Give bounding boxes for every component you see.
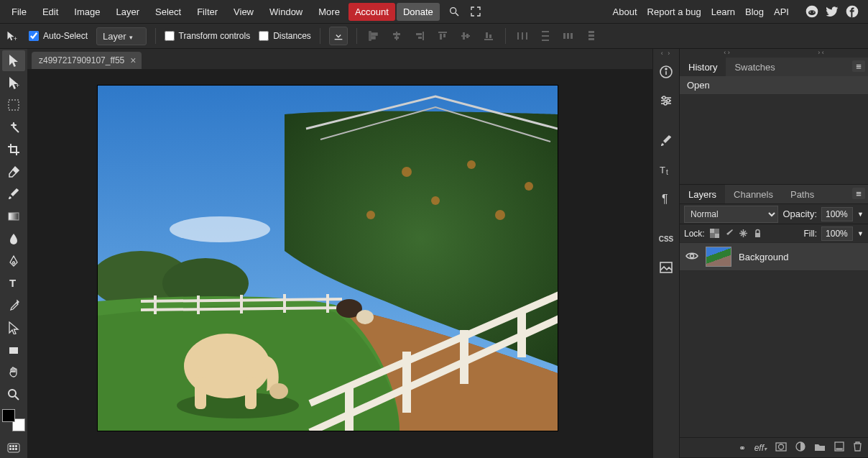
- visibility-toggle-icon[interactable]: [685, 251, 698, 263]
- blur-tool[interactable]: [2, 229, 25, 249]
- lock-all-icon[interactable]: [752, 228, 764, 239]
- close-tab-icon[interactable]: ×: [130, 55, 136, 66]
- fill-value[interactable]: 100%: [821, 226, 853, 241]
- opacity-value[interactable]: 100%: [821, 207, 853, 221]
- foreground-color[interactable]: [2, 409, 15, 422]
- twitter-icon[interactable]: [825, 4, 839, 19]
- search-icon[interactable]: [448, 6, 460, 17]
- align-left-icon[interactable]: [366, 28, 382, 44]
- menu-edit[interactable]: Edit: [35, 2, 65, 22]
- layer-row[interactable]: Background: [680, 242, 868, 271]
- info-panel-icon[interactable]: [655, 59, 678, 85]
- align-bottom-icon[interactable]: [481, 28, 497, 44]
- type-tool[interactable]: T: [2, 273, 25, 294]
- link-layers-icon[interactable]: ⚭: [739, 443, 746, 453]
- fullscreen-icon[interactable]: [470, 6, 481, 17]
- link-learn[interactable]: Learn: [711, 6, 735, 17]
- menu-window[interactable]: Window: [262, 2, 310, 22]
- eraser-tool[interactable]: [2, 162, 25, 183]
- wand-tool[interactable]: [2, 117, 25, 138]
- distribute-spacing-v-icon[interactable]: [583, 28, 599, 44]
- distances-checkbox[interactable]: Distances: [259, 31, 311, 41]
- hand-tool[interactable]: [2, 362, 25, 383]
- eyedropper-tool[interactable]: [2, 295, 25, 316]
- history-row[interactable]: Open: [680, 76, 868, 95]
- document-tab[interactable]: z4997217909107_ff55 ×: [32, 52, 142, 69]
- menu-select[interactable]: Select: [148, 2, 188, 22]
- svg-rect-31: [542, 40, 549, 41]
- tab-layers[interactable]: Layers: [680, 185, 725, 203]
- svg-rect-13: [394, 37, 399, 39]
- menu-layer[interactable]: Layer: [109, 2, 147, 22]
- adjustment-layer-icon[interactable]: [795, 441, 805, 454]
- path-select-tool[interactable]: [2, 317, 25, 338]
- auto-select-checkbox[interactable]: Auto-Select: [29, 31, 88, 41]
- account-button[interactable]: Account: [348, 3, 395, 21]
- svg-rect-47: [9, 445, 11, 447]
- menu-more[interactable]: More: [311, 2, 347, 22]
- zoom-tool[interactable]: [2, 384, 25, 405]
- link-blog[interactable]: Blog: [745, 6, 764, 17]
- lock-pixels-icon[interactable]: [724, 228, 735, 239]
- lock-position-icon[interactable]: [738, 228, 749, 239]
- menu-file[interactable]: File: [4, 2, 34, 22]
- color-swatch[interactable]: [2, 409, 25, 431]
- current-tool-icon: +: [6, 29, 20, 42]
- fill-dropdown-icon[interactable]: ▼: [857, 230, 864, 237]
- tab-history[interactable]: History: [680, 58, 726, 76]
- quickmask-tool[interactable]: [2, 437, 25, 458]
- crop-tool[interactable]: [2, 139, 25, 160]
- paragraph-panel-icon[interactable]: ¶: [655, 186, 678, 211]
- canvas-stage[interactable]: z4997217909107_ff55 ×: [27, 49, 652, 458]
- reddit-icon[interactable]: [805, 4, 819, 19]
- opacity-dropdown-icon[interactable]: ▼: [857, 211, 864, 218]
- distribute-v-icon[interactable]: [537, 28, 553, 44]
- blend-mode-select[interactable]: Normal: [684, 206, 778, 223]
- tab-channels[interactable]: Channels: [725, 185, 782, 203]
- move-tool[interactable]: [2, 50, 25, 71]
- gradient-tool[interactable]: [2, 206, 25, 227]
- new-folder-icon[interactable]: [814, 442, 826, 454]
- brush-tool[interactable]: [2, 184, 25, 205]
- adjust-panel-icon[interactable]: [655, 88, 678, 114]
- layer-thumbnail[interactable]: [706, 247, 731, 267]
- layer-effects-icon[interactable]: eff▾: [754, 443, 767, 453]
- layer-group-select[interactable]: Layer▾: [96, 27, 147, 45]
- align-right-icon[interactable]: [412, 28, 428, 44]
- facebook-icon[interactable]: [845, 4, 859, 19]
- delete-layer-icon[interactable]: [853, 441, 862, 454]
- link-api[interactable]: API: [774, 6, 789, 17]
- menu-image[interactable]: Image: [67, 2, 107, 22]
- align-center-v-icon[interactable]: [458, 28, 474, 44]
- image-panel-icon[interactable]: [655, 255, 678, 280]
- strip-handle[interactable]: ‹ ›: [653, 49, 679, 58]
- new-layer-icon[interactable]: [834, 441, 844, 454]
- lock-transparency-icon[interactable]: [709, 228, 721, 239]
- svg-point-80: [269, 383, 288, 399]
- transform-controls-checkbox[interactable]: Transform controls: [165, 31, 251, 41]
- shape-tool[interactable]: [2, 339, 25, 360]
- align-top-icon[interactable]: [435, 28, 451, 44]
- link-report-bug[interactable]: Report a bug: [647, 6, 701, 17]
- layers-panel-menu-icon[interactable]: ≡: [852, 188, 865, 199]
- download-button[interactable]: [329, 27, 348, 45]
- donate-button[interactable]: Donate: [397, 3, 440, 21]
- layer-name[interactable]: Background: [739, 252, 788, 262]
- align-center-h-icon[interactable]: [389, 28, 405, 44]
- pen-tool[interactable]: [2, 251, 25, 272]
- distribute-spacing-h-icon[interactable]: [560, 28, 576, 44]
- distribute-h-icon[interactable]: [514, 28, 530, 44]
- tab-swatches[interactable]: Swatches: [726, 58, 783, 76]
- add-mask-icon[interactable]: [775, 442, 787, 454]
- link-about[interactable]: About: [613, 6, 637, 17]
- brush-panel-icon[interactable]: [655, 128, 678, 154]
- character-panel-icon[interactable]: Tt: [655, 157, 678, 183]
- tab-paths[interactable]: Paths: [782, 185, 823, 203]
- marquee-tool[interactable]: [2, 95, 25, 116]
- history-panel-menu-icon[interactable]: ≡: [852, 60, 865, 72]
- artboard-tool[interactable]: +: [2, 73, 25, 93]
- canvas-image[interactable]: [98, 86, 558, 431]
- menu-view[interactable]: View: [226, 2, 261, 22]
- menu-filter[interactable]: Filter: [190, 2, 225, 22]
- css-panel-icon[interactable]: CSS: [655, 226, 678, 252]
